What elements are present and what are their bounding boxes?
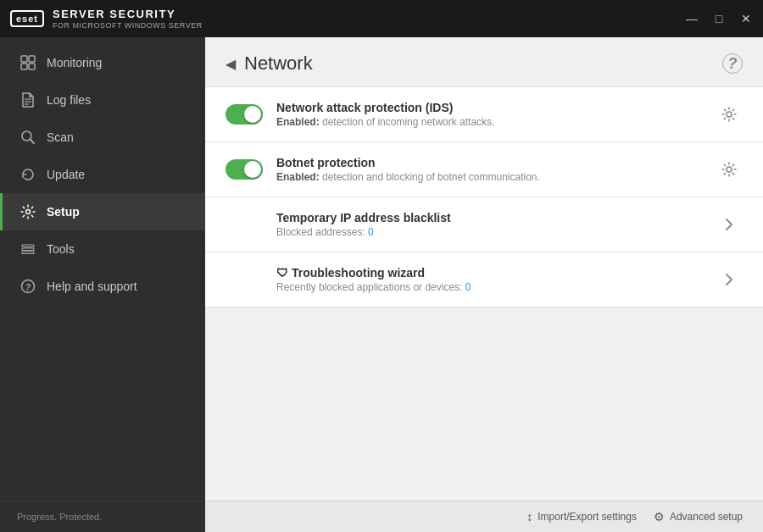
svg-rect-3	[29, 64, 35, 69]
sidebar-item-scan-label: Scan	[47, 130, 74, 144]
svg-point-16	[727, 167, 732, 172]
advanced-setup-icon: ⚙	[654, 510, 665, 524]
advanced-setup-button[interactable]: ⚙ Advanced setup	[654, 510, 743, 524]
sidebar-item-help[interactable]: ? Help and support	[0, 268, 205, 305]
sidebar: Monitoring Log files	[0, 37, 205, 532]
troubleshoot-desc: Recently blocked applications or devices…	[276, 281, 702, 293]
sidebar-item-help-label: Help and support	[47, 280, 137, 293]
content-footer: ↕ Import/Export settings ⚙ Advanced setu…	[205, 501, 763, 532]
ids-enabled-label: Enabled:	[276, 116, 320, 128]
sidebar-nav: Monitoring Log files	[0, 37, 205, 501]
troubleshoot-desc-text: Recently blocked applications or devices…	[276, 281, 462, 293]
app-logo: eset SERVER SECURITY FOR MICROSOFT WINDO…	[10, 8, 203, 30]
search-icon	[19, 129, 36, 146]
botnet-info: Botnet protection Enabled: detection and…	[276, 156, 702, 183]
update-icon	[19, 166, 36, 183]
svg-rect-1	[29, 56, 35, 62]
help-button[interactable]: ?	[722, 53, 743, 74]
network-item-ids: Network attack protection (IDS) Enabled:…	[205, 87, 763, 142]
page-title: Network	[244, 53, 313, 75]
maximize-button[interactable]: □	[712, 12, 726, 25]
sidebar-item-log-files[interactable]: Log files	[0, 81, 205, 119]
ids-info: Network attack protection (IDS) Enabled:…	[276, 101, 702, 128]
sidebar-item-update[interactable]: Update	[0, 156, 205, 193]
svg-rect-10	[22, 245, 34, 247]
help-circle-icon: ?	[19, 278, 36, 295]
botnet-toggle[interactable]	[226, 159, 263, 180]
sidebar-item-setup[interactable]: Setup	[0, 193, 205, 230]
svg-line-8	[31, 140, 35, 144]
sidebar-item-log-files-label: Log files	[47, 93, 91, 107]
tools-icon	[19, 241, 36, 258]
ids-gear-button[interactable]	[716, 101, 743, 128]
temp-ip-info: Temporary IP address blacklist Blocked a…	[276, 211, 702, 238]
network-item-temp-ip[interactable]: Temporary IP address blacklist Blocked a…	[205, 197, 763, 252]
sidebar-item-setup-label: Setup	[47, 205, 80, 219]
content-header: ◀ Network ?	[205, 37, 763, 87]
setup-gear-icon	[19, 203, 36, 220]
svg-text:?: ?	[25, 283, 31, 292]
minimize-button[interactable]: —	[685, 12, 699, 25]
temp-ip-count: 0	[368, 226, 374, 238]
app-subtitle: FOR MICROSOFT WINDOWS SERVER	[53, 21, 203, 30]
advanced-setup-label: Advanced setup	[670, 511, 743, 523]
network-item-botnet: Botnet protection Enabled: detection and…	[205, 142, 763, 197]
troubleshoot-arrow[interactable]	[716, 266, 743, 293]
grid-icon	[19, 54, 36, 71]
network-item-troubleshoot[interactable]: 🛡Troubleshooting wizard Recently blocked…	[205, 252, 763, 308]
troubleshoot-title: 🛡Troubleshooting wizard	[276, 266, 702, 280]
main-layout: Monitoring Log files	[0, 37, 763, 532]
botnet-desc-text: detection and blocking of botnet communi…	[322, 171, 540, 183]
file-icon	[19, 91, 36, 108]
import-export-icon: ↕	[526, 510, 532, 524]
svg-point-15	[727, 112, 732, 117]
ids-desc-text: detection of incoming network attacks.	[322, 116, 494, 128]
botnet-gear-button[interactable]	[716, 156, 743, 183]
troubleshoot-count: 0	[465, 281, 471, 293]
eset-logo-text: eset	[10, 10, 44, 27]
ids-desc: Enabled: detection of incoming network a…	[276, 116, 702, 128]
import-export-button[interactable]: ↕ Import/Export settings	[526, 510, 637, 524]
svg-rect-12	[22, 252, 34, 254]
close-button[interactable]: ✕	[739, 12, 753, 25]
sidebar-item-scan[interactable]: Scan	[0, 119, 205, 156]
svg-rect-2	[21, 64, 27, 69]
content-body: Network attack protection (IDS) Enabled:…	[205, 87, 763, 501]
botnet-enabled-label: Enabled:	[276, 171, 320, 183]
shield-icon: 🛡	[276, 266, 288, 280]
temp-ip-desc-text: Blocked addresses:	[276, 226, 365, 238]
sidebar-item-monitoring[interactable]: Monitoring	[0, 44, 205, 81]
troubleshoot-info: 🛡Troubleshooting wizard Recently blocked…	[276, 266, 702, 293]
ids-toggle[interactable]	[226, 104, 263, 125]
svg-point-9	[26, 210, 31, 214]
app-name: SERVER SECURITY	[53, 8, 203, 20]
svg-rect-11	[22, 248, 34, 251]
sidebar-item-update-label: Update	[47, 168, 85, 181]
botnet-title: Botnet protection	[276, 156, 702, 169]
sidebar-item-tools[interactable]: Tools	[0, 230, 205, 268]
temp-ip-desc: Blocked addresses: 0	[276, 226, 702, 238]
title-bar: eset SERVER SECURITY FOR MICROSOFT WINDO…	[0, 0, 763, 37]
import-export-label: Import/Export settings	[537, 511, 637, 523]
back-button[interactable]: ◀	[226, 56, 236, 72]
sidebar-item-monitoring-label: Monitoring	[47, 56, 102, 69]
sidebar-footer: Progress. Protected.	[0, 501, 205, 532]
temp-ip-title: Temporary IP address blacklist	[276, 211, 702, 224]
botnet-desc: Enabled: detection and blocking of botne…	[276, 171, 702, 183]
sidebar-item-tools-label: Tools	[47, 242, 75, 256]
window-controls: — □ ✕	[685, 12, 753, 25]
content-area: ◀ Network ? Network attack protection (I…	[205, 37, 763, 532]
ids-title: Network attack protection (IDS)	[276, 101, 702, 114]
header-left: ◀ Network	[226, 53, 313, 75]
svg-rect-0	[21, 56, 27, 62]
temp-ip-arrow[interactable]	[716, 211, 743, 238]
